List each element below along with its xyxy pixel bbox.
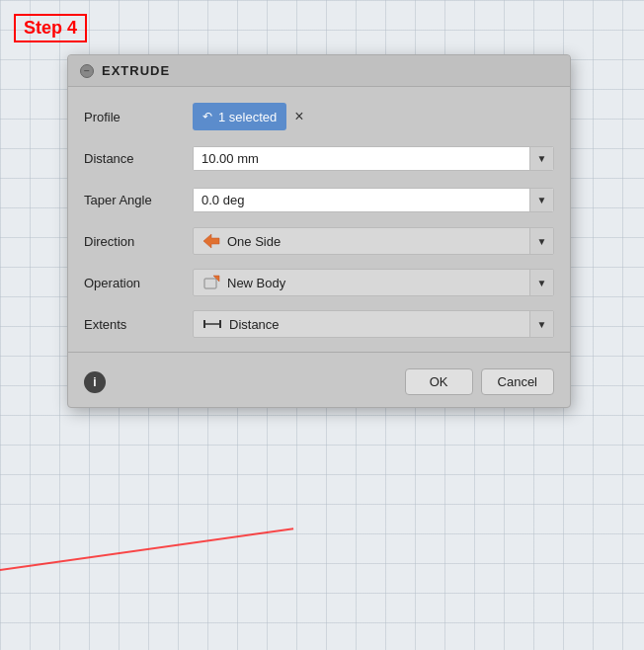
profile-selected-button[interactable]: ↶ 1 selected bbox=[193, 103, 286, 130]
extrude-dialog: − EXTRUDE Profile ↶ 1 selected × Distanc… bbox=[67, 54, 571, 408]
operation-control: New Body ▼ bbox=[193, 269, 554, 296]
svg-rect-1 bbox=[204, 279, 216, 288]
extents-label: Extents bbox=[84, 317, 193, 332]
cursor-icon: ↶ bbox=[202, 110, 212, 123]
dialog-title: EXTRUDE bbox=[102, 63, 170, 78]
taper-label: Taper Angle bbox=[84, 193, 193, 207]
direction-select[interactable]: One Side ▼ bbox=[193, 227, 554, 255]
direction-label: Direction bbox=[84, 234, 193, 249]
taper-input[interactable] bbox=[194, 189, 529, 211]
taper-dropdown-arrow[interactable]: ▼ bbox=[529, 189, 553, 211]
dialog-content: Profile ↶ 1 selected × Distance ▼ Taper … bbox=[68, 87, 570, 342]
operation-dropdown-arrow[interactable]: ▼ bbox=[529, 270, 553, 295]
distance-row: Distance ▼ bbox=[84, 140, 554, 176]
operation-icon bbox=[201, 274, 221, 291]
operation-select[interactable]: New Body ▼ bbox=[193, 269, 554, 296]
extents-select[interactable]: Distance ▼ bbox=[193, 310, 554, 338]
distance-dropdown-arrow[interactable]: ▼ bbox=[529, 147, 553, 170]
distance-control: ▼ bbox=[193, 146, 554, 171]
extents-row: Extents Distance ▼ bbox=[84, 306, 554, 342]
step-label: Step 4 bbox=[14, 14, 87, 42]
operation-label: Operation bbox=[84, 276, 193, 290]
extents-dropdown-arrow[interactable]: ▼ bbox=[529, 311, 553, 337]
profile-label: Profile bbox=[84, 110, 193, 124]
footer-divider bbox=[68, 352, 570, 353]
distance-input[interactable] bbox=[194, 147, 529, 170]
profile-row: Profile ↶ 1 selected × bbox=[84, 99, 554, 134]
profile-selected-text: 1 selected bbox=[218, 110, 277, 124]
extents-select-content: Distance bbox=[194, 311, 529, 337]
direction-dropdown-arrow[interactable]: ▼ bbox=[529, 228, 553, 254]
operation-value: New Body bbox=[227, 276, 285, 290]
dialog-titlebar: − EXTRUDE bbox=[68, 55, 570, 87]
extents-value: Distance bbox=[229, 317, 280, 332]
direction-select-content: One Side bbox=[194, 228, 529, 254]
taper-control: ▼ bbox=[193, 188, 554, 212]
svg-marker-0 bbox=[203, 234, 219, 248]
distance-input-group: ▼ bbox=[193, 146, 554, 171]
cancel-button[interactable]: Cancel bbox=[481, 368, 554, 395]
direction-icon bbox=[201, 232, 221, 250]
extents-icon bbox=[201, 316, 223, 332]
profile-control: ↶ 1 selected × bbox=[193, 103, 554, 130]
direction-value: One Side bbox=[227, 234, 281, 249]
info-button[interactable]: i bbox=[84, 371, 106, 393]
operation-row: Operation New Body ▼ bbox=[84, 265, 554, 300]
operation-select-content: New Body bbox=[194, 270, 529, 295]
ok-button[interactable]: OK bbox=[405, 368, 473, 395]
distance-label: Distance bbox=[84, 151, 193, 166]
profile-clear-button[interactable]: × bbox=[294, 109, 303, 124]
extents-control: Distance ▼ bbox=[193, 310, 554, 338]
dialog-footer: i OK Cancel bbox=[68, 361, 570, 407]
direction-row: Direction One Side ▼ bbox=[84, 223, 554, 259]
dialog-collapse-icon[interactable]: − bbox=[80, 64, 94, 78]
direction-control: One Side ▼ bbox=[193, 227, 554, 255]
taper-input-group: ▼ bbox=[193, 188, 554, 212]
taper-angle-row: Taper Angle ▼ bbox=[84, 182, 554, 217]
